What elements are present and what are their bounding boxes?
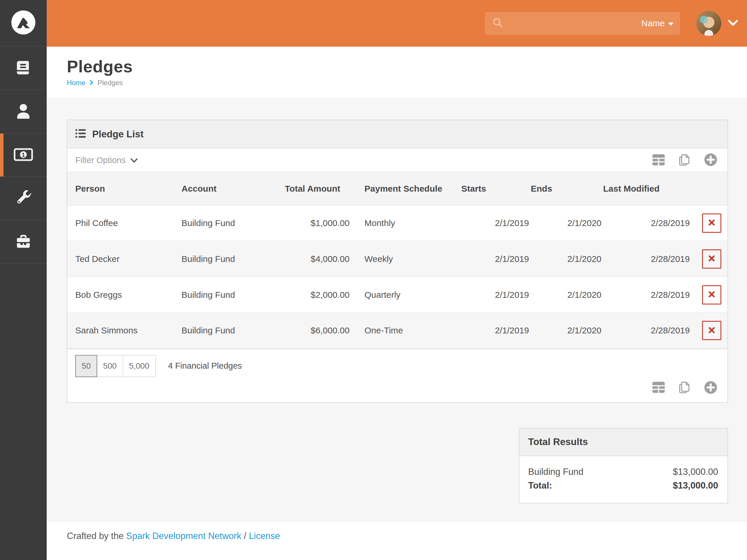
total-label: Total: bbox=[528, 479, 552, 492]
sidebar-nav: 1 bbox=[0, 47, 47, 264]
avatar bbox=[696, 11, 721, 36]
license-link[interactable]: License bbox=[249, 531, 280, 541]
column-header-ends[interactable]: Ends bbox=[531, 172, 603, 205]
sidebar-item-finance[interactable]: 1 bbox=[0, 134, 47, 177]
column-header-person[interactable]: Person bbox=[68, 172, 174, 205]
profile-menu-button[interactable] bbox=[696, 11, 738, 36]
cell-last-modified: 2/28/2019 bbox=[603, 277, 692, 313]
column-header-account[interactable]: Account bbox=[174, 172, 285, 205]
cell-ends: 2/1/2020 bbox=[531, 205, 603, 241]
delete-pledge-button[interactable] bbox=[702, 285, 721, 304]
item-count-label: 4 Financial Pledges bbox=[168, 361, 242, 371]
plus-circle-icon bbox=[704, 153, 718, 167]
page-size-500-button[interactable]: 500 bbox=[97, 355, 123, 377]
table-row[interactable]: Phil Coffee Building Fund $1,000.00 Mont… bbox=[68, 205, 727, 241]
grid-layout-button[interactable] bbox=[652, 154, 665, 167]
svg-text:1: 1 bbox=[22, 151, 25, 158]
table-row[interactable]: Bob Greggs Building Fund $2,000.00 Quart… bbox=[68, 277, 727, 313]
column-header-starts[interactable]: Starts bbox=[461, 172, 531, 205]
money-icon: 1 bbox=[14, 148, 33, 162]
cell-person: Sarah Simmons bbox=[68, 313, 174, 349]
cell-actions bbox=[692, 313, 727, 349]
cell-total-amount: $6,000.00 bbox=[285, 313, 352, 349]
cell-total-amount: $1,000.00 bbox=[285, 205, 352, 241]
rock-logo-icon bbox=[11, 10, 36, 36]
add-pledge-button[interactable] bbox=[704, 381, 718, 395]
cell-payment-schedule: Weekly bbox=[352, 241, 461, 277]
chevron-down-icon bbox=[728, 20, 738, 27]
delete-pledge-button[interactable] bbox=[702, 321, 721, 340]
grid-layout-button[interactable] bbox=[652, 381, 665, 394]
page-title: Pledges bbox=[67, 57, 747, 76]
cell-last-modified: 2/28/2019 bbox=[603, 313, 692, 349]
delete-pledge-button[interactable] bbox=[702, 213, 721, 233]
pledge-list-panel: Pledge List Filter Options bbox=[67, 119, 728, 403]
cell-person: Bob Greggs bbox=[68, 277, 174, 313]
search-type-dropdown[interactable]: Name bbox=[641, 18, 673, 28]
person-icon bbox=[15, 103, 31, 121]
copy-grid-button[interactable] bbox=[679, 153, 690, 167]
copy-icon bbox=[679, 381, 690, 395]
cell-starts: 2/1/2019 bbox=[461, 277, 531, 313]
spark-development-network-link[interactable]: Spark Development Network bbox=[126, 531, 241, 541]
total-results-row: Building Fund $13,000.00 bbox=[528, 465, 718, 479]
search-type-label: Name bbox=[641, 18, 665, 28]
rock-logo[interactable] bbox=[0, 0, 47, 47]
chevron-down-icon bbox=[130, 156, 138, 165]
sidebar: 1 bbox=[0, 0, 47, 560]
wrench-icon bbox=[15, 190, 31, 207]
cell-account: Building Fund bbox=[174, 313, 285, 349]
delete-x-icon bbox=[707, 218, 716, 228]
account-amount: $13,000.00 bbox=[673, 465, 718, 479]
account-label: Building Fund bbox=[528, 465, 584, 479]
grid-filter-row: Filter Options bbox=[68, 149, 727, 172]
breadcrumb-home-link[interactable]: Home bbox=[67, 79, 85, 87]
cell-actions bbox=[692, 205, 727, 241]
list-icon bbox=[75, 129, 86, 139]
footer-separator: / bbox=[244, 531, 247, 541]
cell-last-modified: 2/28/2019 bbox=[603, 241, 692, 277]
column-header-last-modified[interactable]: Last Modified bbox=[603, 172, 692, 205]
cell-payment-schedule: One-Time bbox=[352, 313, 461, 349]
total-results-grand-total: Total: $13,000.00 bbox=[528, 479, 718, 492]
filter-options-toggle[interactable]: Filter Options bbox=[75, 156, 138, 165]
filter-options-label: Filter Options bbox=[75, 156, 126, 165]
grid-pagination: 50 500 5,000 4 Financial Pledges bbox=[75, 355, 727, 377]
cell-actions bbox=[692, 277, 727, 313]
page-size-group: 50 500 5,000 bbox=[75, 355, 156, 377]
delete-pledge-button[interactable] bbox=[702, 249, 721, 269]
cell-starts: 2/1/2019 bbox=[461, 205, 531, 241]
toolbox-icon bbox=[15, 234, 32, 250]
cell-ends: 2/1/2020 bbox=[531, 277, 603, 313]
grid-actions-bottom bbox=[68, 381, 718, 402]
total-amount: $13,000.00 bbox=[673, 479, 718, 492]
panel-title: Pledge List bbox=[92, 129, 144, 140]
sidebar-item-toolbox[interactable] bbox=[0, 220, 47, 264]
table-row[interactable]: Ted Decker Building Fund $4,000.00 Weekl… bbox=[68, 241, 727, 277]
search-input[interactable] bbox=[509, 19, 641, 28]
page-title-band: Pledges Home Pledges bbox=[47, 47, 747, 98]
grid-actions-top bbox=[652, 153, 718, 167]
topbar: Name bbox=[47, 0, 747, 47]
table-row[interactable]: Sarah Simmons Building Fund $6,000.00 On… bbox=[68, 313, 727, 349]
add-pledge-button[interactable] bbox=[704, 153, 718, 167]
search-icon bbox=[492, 17, 504, 30]
sidebar-item-admin[interactable] bbox=[0, 177, 47, 220]
total-results-body: Building Fund $13,000.00 Total: $13,000.… bbox=[519, 456, 727, 503]
page-size-5000-button[interactable]: 5,000 bbox=[123, 355, 156, 377]
column-header-total-amount[interactable]: Total Amount bbox=[285, 172, 352, 205]
plus-circle-icon bbox=[704, 381, 718, 395]
delete-x-icon bbox=[707, 290, 716, 299]
column-header-payment-schedule[interactable]: Payment Schedule bbox=[352, 172, 461, 205]
table-header-row: Person Account Total Amount Payment Sche… bbox=[68, 172, 727, 205]
copy-grid-button[interactable] bbox=[679, 381, 690, 395]
cell-ends: 2/1/2020 bbox=[531, 313, 603, 349]
cell-person: Ted Decker bbox=[68, 241, 174, 277]
sidebar-item-people[interactable] bbox=[0, 90, 47, 134]
sidebar-item-book[interactable] bbox=[0, 47, 47, 90]
total-results-panel: Total Results Building Fund $13,000.00 T… bbox=[519, 428, 728, 503]
app-window: 1 bbox=[0, 0, 747, 560]
cell-starts: 2/1/2019 bbox=[461, 313, 531, 349]
pledge-list-panel-heading: Pledge List bbox=[68, 120, 727, 149]
page-size-50-button[interactable]: 50 bbox=[75, 355, 97, 377]
